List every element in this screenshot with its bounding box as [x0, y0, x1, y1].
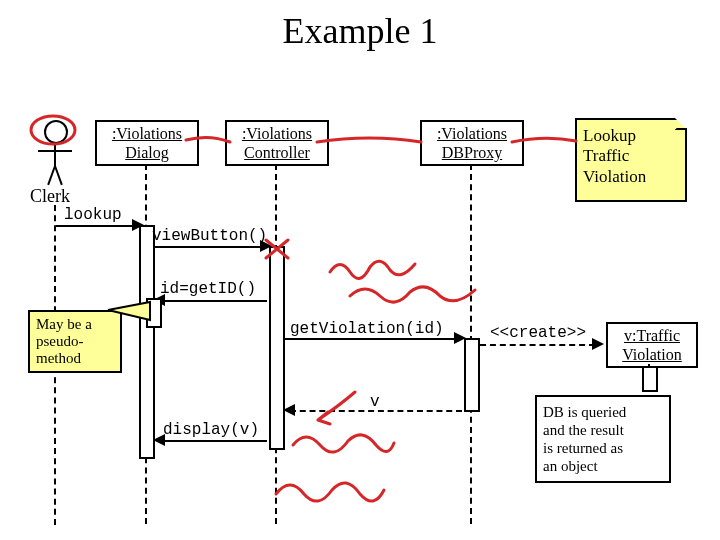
red-word-bottom-icon [270, 470, 390, 525]
clerk-actor-icon [54, 166, 63, 185]
svg-marker-0 [108, 302, 150, 320]
dbproxy-object: :Violations DBProxy [420, 120, 524, 166]
msg-viewbutton: viewButton() [152, 227, 267, 245]
lookup-note: Lookup Traffic Violation [575, 118, 687, 202]
page-title: Example 1 [0, 10, 720, 52]
arrow [155, 246, 263, 248]
msg-display: display(v) [163, 421, 259, 439]
dialog-activation [139, 225, 155, 459]
arrow [285, 338, 457, 340]
red-line-1-icon [184, 132, 234, 152]
red-word-creation-icon [345, 278, 485, 318]
red-arrow-v-icon [310, 390, 370, 430]
msg-return-v: v [370, 393, 380, 411]
red-x-icon [264, 238, 294, 262]
arrow [155, 300, 267, 302]
controller-object: :Violations Controller [225, 120, 329, 166]
red-line-3-icon [510, 132, 580, 152]
clerk-label: Clerk [30, 186, 70, 207]
sequence-diagram: Example 1 Clerk :Violations Dialog :Viol… [0, 0, 720, 540]
tv-activation [642, 366, 658, 392]
red-circle-actor-icon [28, 112, 78, 152]
red-word-return-icon [288, 425, 398, 473]
arrow [480, 344, 595, 346]
msg-getid: id=getID() [160, 280, 256, 298]
arrow-head [153, 434, 165, 446]
arrow-head [592, 338, 604, 350]
msg-lookup: lookup [64, 206, 122, 224]
msg-getviolation: getViolation(id) [290, 320, 444, 338]
arrow [158, 440, 267, 442]
callout-pointer-icon [100, 300, 160, 325]
msg-create: <<create>> [490, 324, 586, 342]
traffic-violation-object: v:Traffic Violation [606, 322, 698, 368]
arrow-head [283, 404, 295, 416]
db-note: DB is queried and the result is returned… [535, 395, 671, 483]
svg-point-1 [31, 116, 75, 144]
controller-activation [269, 246, 285, 450]
red-line-2-icon [315, 132, 425, 152]
dbproxy-activation [464, 338, 480, 412]
arrow [56, 225, 134, 227]
